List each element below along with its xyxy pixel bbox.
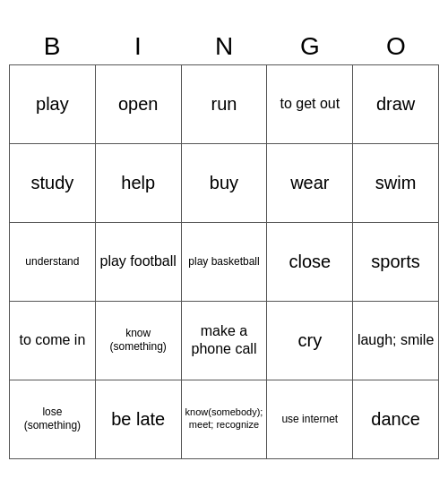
bingo-cell: make a phone call — [182, 302, 268, 380]
bingo-cell: know(somebody); meet; recognize — [182, 380, 268, 459]
bingo-cell: dance — [353, 380, 439, 459]
bingo-cell: play basketball — [182, 223, 268, 302]
bingo-cell: help — [96, 144, 182, 223]
bingo-cell: draw — [353, 65, 439, 144]
header-letter: I — [95, 29, 181, 64]
header-letter: N — [181, 29, 267, 64]
bingo-card: BINGO playopenrunto get outdrawstudyhelp… — [9, 29, 439, 459]
bingo-cell: use internet — [267, 380, 353, 459]
header-letter: G — [267, 29, 353, 64]
header-letter: B — [9, 29, 95, 64]
bingo-cell: buy — [182, 144, 268, 223]
bingo-cell: study — [10, 144, 96, 223]
bingo-cell: sports — [353, 223, 439, 302]
bingo-cell: play football — [96, 223, 182, 302]
bingo-grid: playopenrunto get outdrawstudyhelpbuywea… — [9, 64, 439, 459]
bingo-cell: play — [10, 65, 96, 144]
bingo-cell: lose (something) — [10, 380, 96, 459]
bingo-cell: cry — [267, 302, 353, 380]
bingo-cell: to get out — [267, 65, 353, 144]
bingo-cell: know (something) — [96, 302, 182, 380]
bingo-cell: to come in — [10, 302, 96, 380]
header-letter: O — [353, 29, 439, 64]
bingo-header: BINGO — [9, 29, 439, 64]
bingo-cell: wear — [267, 144, 353, 223]
bingo-cell: understand — [10, 223, 96, 302]
bingo-cell: laugh; smile — [353, 302, 439, 380]
bingo-cell: close — [267, 223, 353, 302]
bingo-cell: open — [96, 65, 182, 144]
bingo-cell: be late — [96, 380, 182, 459]
bingo-cell: swim — [353, 144, 439, 223]
bingo-cell: run — [182, 65, 268, 144]
